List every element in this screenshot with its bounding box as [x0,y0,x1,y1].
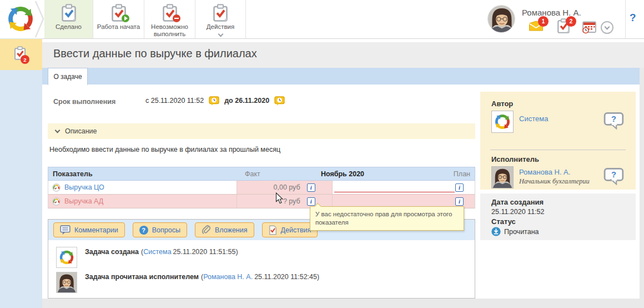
col-indicator: Показатель [53,170,93,178]
user-portrait-image [488,6,515,33]
clipboard-minus-icon [162,4,178,22]
bottom-strip [42,299,640,308]
paren: ) [317,273,319,281]
impossible-button[interactable]: Невозможно выполнить [144,0,195,38]
app-window: { "toolbar": { "done": "Сделано", "work_… [0,0,644,308]
tab-about-task[interactable]: О задаче [48,68,88,85]
work-started-button[interactable]: Работа начата [93,0,144,38]
indicator-name-cell: Выручка ЦО [48,181,237,194]
description-header-label: Описание [65,127,97,135]
executor-label: Исполнитель [491,155,539,163]
questions-button-label: Вопросы [152,226,180,234]
author-avatar[interactable] [491,111,514,133]
history-time: 25.11.2020 11:52:45 [254,273,317,281]
chevron-down-icon [218,32,223,37]
info-icon[interactable]: i [455,197,464,206]
attachments-button-label: Вложения [215,226,248,234]
col-month: Ноябрь 2020 [298,170,387,178]
comment-bubble-icon [60,225,71,235]
history-entry: Задача создана(Система25.11.2020 11:51:5… [56,247,238,268]
description-header[interactable]: Описание [48,123,475,139]
system-logo-avatar [56,247,77,268]
calendar-clock-icon[interactable] [582,20,597,34]
done-button-label: Сделано [56,23,82,31]
document-check-icon [269,225,277,235]
actions-menu-label: Действия [207,23,234,31]
author-link[interactable]: Система [519,115,548,123]
indicator-link[interactable]: Выручка ЦО [64,183,104,191]
history-action: Задача прочитана исполнителем [85,273,199,281]
executor-link[interactable]: Романова Н. А. [519,168,570,176]
status-value: Прочитана [504,228,539,236]
history-actor-link[interactable]: Романова Н. А. [203,273,253,281]
gauge-icon [52,197,61,206]
impossible-label: Невозможно выполнить [148,23,192,38]
panel-divider [490,150,626,150]
work-started-label: Работа начата [97,23,140,31]
clipboard-check-red-icon [213,4,228,22]
gauge-icon [52,183,61,192]
logo-ring-icon [58,249,75,266]
logo-ring-icon [6,4,36,34]
done-button[interactable]: Сделано [44,0,93,38]
executor-photo-avatar [56,272,77,293]
fact-value: 0,00 руб [274,183,300,191]
history-entry: Задача прочитана исполнителем(Романова Н… [56,272,319,293]
user-portrait-image [57,272,77,293]
user-avatar[interactable] [487,5,515,33]
fact-cell-restricted: 0,00 руб i [237,181,332,194]
reminder-clock-icon[interactable] [274,96,285,106]
actions-menu-button[interactable]: Действия [195,0,246,38]
info-icon[interactable]: i [307,197,315,206]
plan-cell: i [332,181,475,194]
history-actor-link[interactable]: Система [143,248,171,256]
paperclip-icon [202,225,211,235]
attachments-button[interactable]: Вложения [195,222,254,237]
chat-question-icon[interactable] [603,167,625,185]
question-circle-icon: ? [139,226,148,235]
status-read-icon [491,227,501,236]
tab-strip [42,68,640,85]
info-icon[interactable]: i [455,183,464,192]
reminder-clock-icon[interactable] [209,96,219,106]
history-action: Задача создана [85,248,139,256]
status-label: Статус [491,217,516,226]
right-gutter [640,68,644,308]
deadline-to: до 26.11.2020 [224,97,269,105]
created-value: 25.11.2020 11:52 [491,208,544,216]
author-label: Автор [491,100,513,108]
indicator-link[interactable]: Выручка АД [64,197,103,205]
deadline-label: Срок выполнения [53,98,115,106]
logo-separator [34,0,46,38]
task-people-panel: Автор Система Исполнитель Романова Н. А.… [480,92,636,190]
sidebar-item-current-task[interactable]: 2 [0,39,42,70]
status-row: Прочитана [491,227,539,236]
logo-ring-icon [494,113,511,131]
indicators-table-header: Показатель Факт Ноябрь 2020 План [48,167,475,181]
collapse-chevron-icon [55,128,61,133]
plan-input[interactable] [334,183,455,192]
tasks-badge: 2 [566,16,576,27]
deadline-value: с 25.11.2020 11:52 до 26.11.2020 [145,95,285,107]
task-meta-panel: Дата создания 25.11.2020 11:52 Статус Пр… [480,193,636,240]
top-toolbar: Сделано Работа начата Невозможно выполни… [0,0,644,39]
toolbar-divider [625,0,626,38]
app-logo[interactable] [6,4,36,34]
comments-button[interactable]: Комментарии [53,222,125,237]
executor-position: Начальник бухгалтерии [519,177,590,186]
chat-question-icon[interactable] [603,112,625,130]
created-label: Дата создания [491,198,544,206]
clipboard-play-icon [111,4,127,22]
description-text: Необходимо ввести данные по выручке в фи… [49,146,280,153]
executor-avatar[interactable] [491,166,514,188]
task-action-buttons: Сделано Работа начата Невозможно выполни… [44,0,246,38]
left-sidebar: 2 [0,38,42,308]
history-time: 25.11.2020 11:51:55 [173,248,236,256]
actions-button-label: Действия [281,226,311,234]
tooltip-text: У вас недостаточно прав для просмотра эт… [315,211,452,226]
expand-menu-icon[interactable] [601,21,613,34]
help-button[interactable]: ? [630,12,636,24]
comments-panel: Комментарии ? Вопросы Вложения Действия … [48,219,475,299]
questions-button[interactable]: ? Вопросы [133,222,187,237]
info-icon[interactable]: i [307,183,315,192]
